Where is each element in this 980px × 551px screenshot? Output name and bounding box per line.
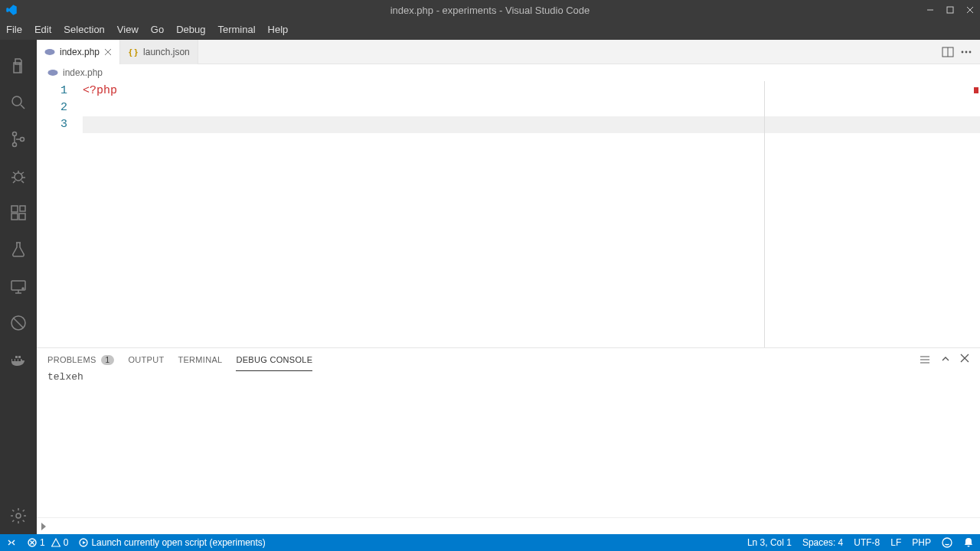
close-icon[interactable] bbox=[104, 48, 112, 56]
svg-point-11 bbox=[22, 288, 24, 289]
problems-count-badge: 1 bbox=[101, 355, 115, 365]
code-text bbox=[83, 99, 980, 116]
window-title: index.php - experiments - Visual Studio … bbox=[390, 5, 590, 16]
status-language[interactable]: PHP bbox=[912, 537, 931, 548]
debug-console-output[interactable]: telxeh bbox=[37, 371, 980, 517]
extensions-icon[interactable] bbox=[0, 194, 37, 231]
feedback-icon[interactable] bbox=[942, 537, 952, 548]
svg-rect-8 bbox=[19, 214, 25, 220]
window-minimize-button[interactable] bbox=[920, 0, 940, 20]
window-close-button[interactable] bbox=[960, 0, 980, 20]
docker-icon[interactable] bbox=[0, 341, 37, 378]
menu-file[interactable]: File bbox=[0, 20, 28, 40]
search-icon[interactable] bbox=[0, 84, 37, 121]
status-cursor[interactable]: Ln 3, Col 1 bbox=[747, 537, 792, 548]
remote-indicator[interactable] bbox=[6, 537, 17, 548]
menu-help[interactable]: Help bbox=[262, 20, 295, 40]
debug-console-input[interactable] bbox=[37, 517, 980, 534]
menu-selection[interactable]: Selection bbox=[57, 20, 110, 40]
menu-terminal[interactable]: Terminal bbox=[211, 20, 261, 40]
menu-edit[interactable]: Edit bbox=[28, 20, 57, 40]
current-line-highlight bbox=[83, 116, 980, 133]
panel-tab-debug-console[interactable]: DEBUG CONSOLE bbox=[236, 348, 312, 371]
breadcrumb-file: index.php bbox=[63, 67, 103, 78]
svg-rect-6 bbox=[11, 206, 18, 212]
tab-label: index.php bbox=[60, 47, 100, 57]
source-control-icon[interactable] bbox=[0, 121, 37, 158]
code-editor[interactable]: 1 2 3 <?php bbox=[37, 81, 980, 347]
panel-tab-output[interactable]: OUTPUT bbox=[128, 348, 164, 371]
overview-ruler-error-marker bbox=[974, 87, 978, 93]
clear-console-icon[interactable] bbox=[919, 354, 931, 366]
code-text: <?php bbox=[83, 84, 117, 97]
php-file-icon bbox=[44, 47, 55, 57]
more-actions-icon[interactable] bbox=[960, 46, 972, 58]
notifications-icon[interactable] bbox=[963, 537, 974, 548]
tab-index-php[interactable]: index.php bbox=[37, 40, 120, 64]
svg-point-18 bbox=[969, 51, 972, 53]
status-encoding[interactable]: UTF-8 bbox=[854, 537, 880, 548]
php-file-icon bbox=[47, 67, 58, 78]
menu-go[interactable]: Go bbox=[145, 20, 170, 40]
panel-close-icon[interactable] bbox=[960, 354, 969, 366]
svg-rect-9 bbox=[20, 206, 25, 211]
window-maximize-button[interactable] bbox=[940, 0, 960, 20]
svg-point-16 bbox=[962, 51, 964, 53]
svg-point-3 bbox=[13, 143, 17, 147]
svg-point-13 bbox=[16, 514, 21, 518]
svg-point-14 bbox=[44, 49, 54, 55]
panel-tab-terminal[interactable]: TERMINAL bbox=[178, 348, 222, 371]
split-editor-icon[interactable] bbox=[942, 46, 954, 58]
editor-ruler bbox=[764, 81, 765, 347]
line-numbers: 1 2 3 bbox=[37, 81, 83, 347]
svg-point-1 bbox=[12, 96, 21, 106]
status-eol[interactable]: LF bbox=[890, 537, 901, 548]
svg-point-2 bbox=[13, 132, 17, 136]
tab-launch-json[interactable]: { } launch.json bbox=[120, 40, 198, 64]
json-file-icon: { } bbox=[128, 47, 139, 57]
menu-bar: File Edit Selection View Go Debug Termin… bbox=[0, 20, 980, 40]
tab-label: launch.json bbox=[143, 47, 190, 57]
activity-bar bbox=[0, 40, 37, 534]
debug-icon[interactable] bbox=[0, 158, 37, 194]
status-problems[interactable]: 1 0 bbox=[28, 537, 68, 548]
status-spaces[interactable]: Spaces: 4 bbox=[802, 537, 843, 548]
svg-point-4 bbox=[21, 138, 24, 142]
no-symbol-icon[interactable] bbox=[0, 305, 37, 341]
title-bar: index.php - experiments - Visual Studio … bbox=[0, 0, 980, 20]
menu-view[interactable]: View bbox=[111, 20, 145, 40]
svg-point-19 bbox=[47, 70, 57, 76]
svg-point-5 bbox=[15, 173, 22, 181]
menu-debug[interactable]: Debug bbox=[170, 20, 211, 40]
explorer-icon[interactable] bbox=[0, 47, 37, 84]
panel-maximize-icon[interactable] bbox=[940, 354, 951, 366]
panel-tab-problems[interactable]: PROBLEMS 1 bbox=[47, 348, 114, 371]
svg-rect-0 bbox=[947, 7, 953, 13]
svg-point-17 bbox=[965, 51, 968, 53]
svg-point-22 bbox=[942, 538, 952, 547]
settings-gear-icon[interactable] bbox=[0, 497, 37, 534]
test-icon[interactable] bbox=[0, 231, 37, 268]
vscode-icon bbox=[5, 3, 18, 17]
svg-rect-7 bbox=[11, 214, 18, 220]
bottom-panel: PROBLEMS 1 OUTPUT TERMINAL DEBUG CONSOLE bbox=[37, 347, 980, 534]
status-launch-config[interactable]: Launch currently open script (experiment… bbox=[79, 537, 265, 548]
editor-tabs: index.php { } launch.json bbox=[37, 40, 980, 64]
remote-icon[interactable] bbox=[0, 268, 37, 305]
status-bar: 1 0 Launch currently open script (experi… bbox=[0, 534, 980, 551]
breadcrumb[interactable]: index.php bbox=[37, 64, 980, 81]
